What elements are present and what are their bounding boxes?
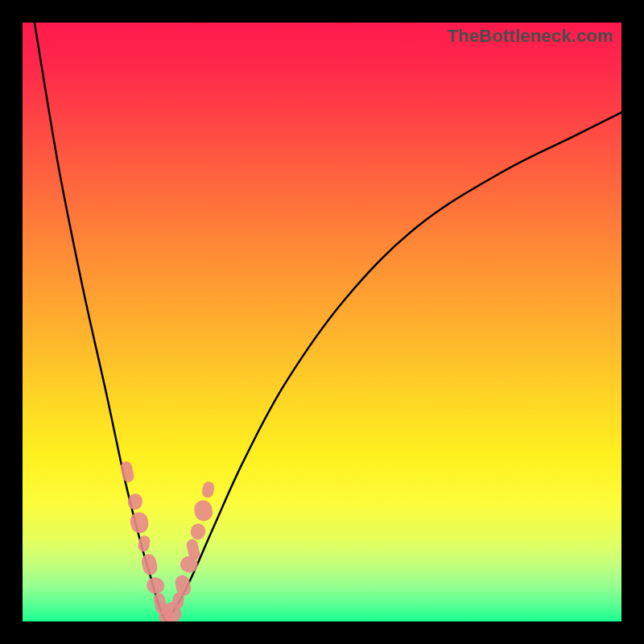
- curve-left-branch: [35, 23, 167, 621]
- marker-point: [129, 510, 151, 535]
- marker-point: [189, 522, 206, 541]
- plot-area: TheBottleneck.com: [23, 23, 621, 621]
- marker-group: [120, 460, 216, 621]
- marker-point: [201, 481, 215, 498]
- curve-right-branch: [167, 113, 621, 621]
- chart-frame: TheBottleneck.com: [0, 0, 644, 644]
- marker-point: [120, 460, 135, 483]
- marker-point: [140, 553, 159, 576]
- watermark-text: TheBottleneck.com: [448, 26, 613, 47]
- curve-layer: [23, 23, 621, 621]
- marker-point: [192, 498, 214, 522]
- marker-point: [146, 576, 166, 596]
